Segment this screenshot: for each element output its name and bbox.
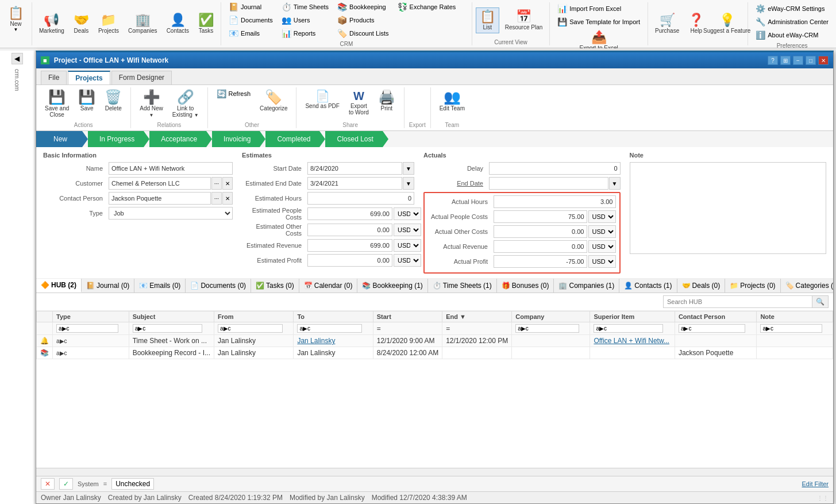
export-excel-icon: 📤 <box>591 31 607 44</box>
deals-icon: 🤝 <box>74 14 89 26</box>
resource-plan-button[interactable]: 📅 Resource Plan <box>502 8 546 33</box>
users-nav-icon: 👥 <box>282 16 291 25</box>
about-eway-icon: ℹ️ <box>756 30 765 40</box>
import-excel-icon: 📊 <box>557 4 567 13</box>
exchange-nav-button[interactable]: 💱Exchange Rates <box>394 1 460 13</box>
current-view-label: Current View <box>476 39 546 45</box>
emails-nav-icon: 📧 <box>229 29 238 38</box>
admin-center-icon: 🔧 <box>756 17 765 26</box>
discount-nav-icon: 🏷️ <box>337 29 347 38</box>
marketing-icon: 📢 <box>44 14 59 26</box>
save-template-icon: 💾 <box>557 17 567 26</box>
exchange-nav-icon: 💱 <box>398 2 407 11</box>
import-excel-button[interactable]: 📊Import From Excel <box>553 2 644 15</box>
documents-nav-icon: 📄 <box>229 16 238 25</box>
products-nav-icon: 📦 <box>337 16 347 25</box>
purchase-button[interactable]: 🛒 Purchase <box>652 11 683 36</box>
suggest-feature-button[interactable]: 💡 Suggest a Feature <box>710 11 744 36</box>
documents-nav-button[interactable]: 📄Documents <box>225 14 277 26</box>
preferences-label: Preferences <box>752 43 833 48</box>
resource-plan-icon: 📅 <box>516 10 531 23</box>
journal-nav-icon: 📔 <box>229 2 238 11</box>
save-template-button[interactable]: 💾Save Template for Import <box>553 16 644 28</box>
help-icon: ❓ <box>688 14 704 26</box>
companies-button[interactable]: 🏢 Companies <box>125 11 161 36</box>
contacts-icon: 👤 <box>170 14 186 26</box>
tasks-button[interactable]: ✅ Tasks <box>195 11 217 36</box>
timesheets-nav-button[interactable]: ⏱️Time Sheets <box>278 1 333 13</box>
bookkeeping-nav-icon: 📚 <box>337 2 347 11</box>
new-icon: 📋 <box>8 7 24 20</box>
users-nav-button[interactable]: 👥Users <box>278 14 333 26</box>
products-nav-button[interactable]: 📦Products <box>333 14 392 26</box>
companies-icon: 🏢 <box>135 14 151 26</box>
projects-icon: 📁 <box>101 14 116 26</box>
discount-nav-button[interactable]: 🏷️Discount Lists <box>333 27 392 40</box>
tasks-icon: ✅ <box>198 14 214 26</box>
about-eway-button[interactable]: ℹ️About eWay-CRM <box>752 29 833 41</box>
reports-nav-icon: 📊 <box>282 29 291 38</box>
top-toolbar: 📋 New ▼ 📢 Marketing 🤝 Deals 📁 Projects 🏢… <box>0 0 836 48</box>
new-button[interactable]: 📋 New ▼ <box>5 5 27 34</box>
admin-center-button[interactable]: 🔧Administration Center <box>752 16 833 28</box>
timesheets-nav-icon: ⏱️ <box>282 2 291 11</box>
list-view-icon: 📋 <box>480 10 495 23</box>
purchase-icon: 🛒 <box>660 14 675 26</box>
export-excel-button[interactable]: 📤 Export to Excel <box>553 29 644 48</box>
suggest-icon: 💡 <box>719 14 735 26</box>
marketing-button[interactable]: 📢 Marketing <box>36 11 68 36</box>
list-view-button[interactable]: 📋 List <box>476 7 499 33</box>
journal-nav-button[interactable]: 📔Journal <box>225 1 277 13</box>
reports-nav-button[interactable]: 📊Reports <box>278 27 333 40</box>
eway-settings-button[interactable]: ⚙️eWay-CRM Settings <box>752 2 833 15</box>
emails-nav-button[interactable]: 📧Emails <box>225 27 277 40</box>
eway-settings-icon: ⚙️ <box>756 4 765 13</box>
crm-section-label: CRM <box>225 41 468 47</box>
projects-button[interactable]: 📁 Projects <box>95 11 122 36</box>
deals-button[interactable]: 🤝 Deals <box>70 11 93 36</box>
bookkeeping-nav-button[interactable]: 📚Bookkeeping <box>333 1 392 13</box>
contacts-button[interactable]: 👤 Contacts <box>163 11 192 36</box>
